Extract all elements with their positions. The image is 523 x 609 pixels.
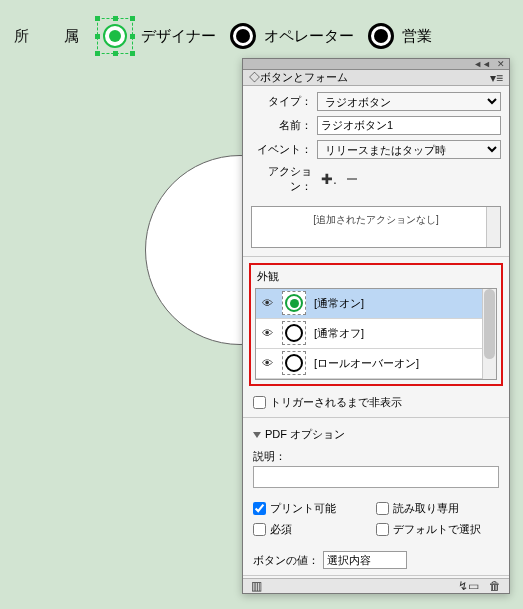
printable-label: プリント可能 — [270, 501, 336, 516]
radio-icon[interactable] — [368, 23, 394, 49]
radio-icon — [103, 24, 127, 48]
radio-option-2: オペレーター — [264, 27, 354, 46]
readonly-checkbox[interactable] — [376, 502, 389, 515]
buttons-and-forms-panel: ◄◄ ✕ ◇ボタンとフォーム ▾≡ タイプ： ラジオボタン 名前： イベント： … — [242, 58, 510, 594]
state-row[interactable]: 👁 [通常オン] — [256, 289, 496, 319]
state-thumb — [282, 321, 306, 345]
state-label: [通常オン] — [314, 296, 364, 311]
radio-option-1: デザイナー — [141, 27, 216, 46]
required-label: 必須 — [270, 522, 292, 537]
scrollbar[interactable] — [486, 207, 500, 247]
printable-checkbox[interactable] — [253, 502, 266, 515]
scrollbar[interactable] — [482, 289, 496, 379]
event-label: イベント： — [251, 142, 317, 157]
radio-option-3: 営業 — [402, 27, 432, 46]
type-select[interactable]: ラジオボタン — [317, 92, 501, 111]
panel-footer: ▥ ↯▭ 🗑 — [243, 578, 509, 593]
appearance-state-list: 👁 [通常オン] 👁 [通常オフ] 👁 [ロールオーバーオン] — [255, 288, 497, 380]
appearance-title: 外観 — [257, 269, 497, 284]
state-row[interactable]: 👁 [通常オフ] — [256, 319, 496, 349]
type-label: タイプ： — [251, 94, 317, 109]
state-row[interactable]: 👁 [ロールオーバーオン] — [256, 349, 496, 379]
description-label: 説明： — [253, 449, 499, 464]
required-checkbox[interactable] — [253, 523, 266, 536]
add-action-icon[interactable]: ✚. — [321, 171, 337, 187]
trash-icon[interactable]: 🗑 — [489, 579, 501, 593]
state-label: [ロールオーバーオン] — [314, 356, 419, 371]
button-value-input[interactable] — [323, 551, 407, 569]
default-selected-label: デフォルトで選択 — [393, 522, 481, 537]
hide-until-trigger-checkbox[interactable] — [253, 396, 266, 409]
default-selected-checkbox[interactable] — [376, 523, 389, 536]
panel-menu-icon[interactable]: ▾≡ — [490, 71, 503, 85]
panel-tab-title[interactable]: ◇ボタンとフォーム — [249, 70, 348, 85]
pdf-options-title: PDF オプション — [265, 427, 345, 442]
actions-list[interactable]: [追加されたアクションなし] — [251, 206, 501, 248]
visibility-icon[interactable]: 👁 — [260, 327, 274, 339]
preview-icon[interactable]: ▥ — [251, 579, 262, 593]
collapse-icon[interactable]: ◄◄ — [473, 59, 491, 69]
close-icon[interactable]: ✕ — [497, 59, 505, 69]
hide-until-trigger-label: トリガーされるまで非表示 — [270, 395, 402, 410]
state-thumb — [282, 351, 306, 375]
visibility-icon[interactable]: 👁 — [260, 297, 274, 309]
appearance-section: 外観 👁 [通常オン] 👁 [通常オフ] 👁 [ロールオーバーオン] — [249, 263, 503, 386]
description-input[interactable] — [253, 466, 499, 488]
action-label: アクション： — [251, 164, 317, 194]
actions-empty-text: [追加されたアクションなし] — [313, 213, 439, 227]
radio-icon[interactable] — [230, 23, 256, 49]
radio-selected-frame[interactable] — [97, 18, 133, 54]
readonly-label: 読み取り専用 — [393, 501, 459, 516]
remove-action-icon[interactable] — [347, 178, 357, 180]
visibility-icon[interactable]: 👁 — [260, 357, 274, 369]
state-label: [通常オフ] — [314, 326, 364, 341]
button-value-label: ボタンの値： — [253, 553, 319, 568]
name-label: 名前： — [251, 118, 317, 133]
event-select[interactable]: リリースまたはタップ時 — [317, 140, 501, 159]
panel-titlebar[interactable]: ◄◄ ✕ — [243, 59, 509, 70]
group-label: 所 属 — [14, 27, 89, 46]
pdf-options-header[interactable]: PDF オプション — [253, 427, 499, 442]
state-thumb — [282, 291, 306, 315]
name-input[interactable] — [317, 116, 501, 135]
disclosure-triangle-icon[interactable] — [253, 432, 261, 438]
convert-icon[interactable]: ↯▭ — [458, 579, 479, 593]
